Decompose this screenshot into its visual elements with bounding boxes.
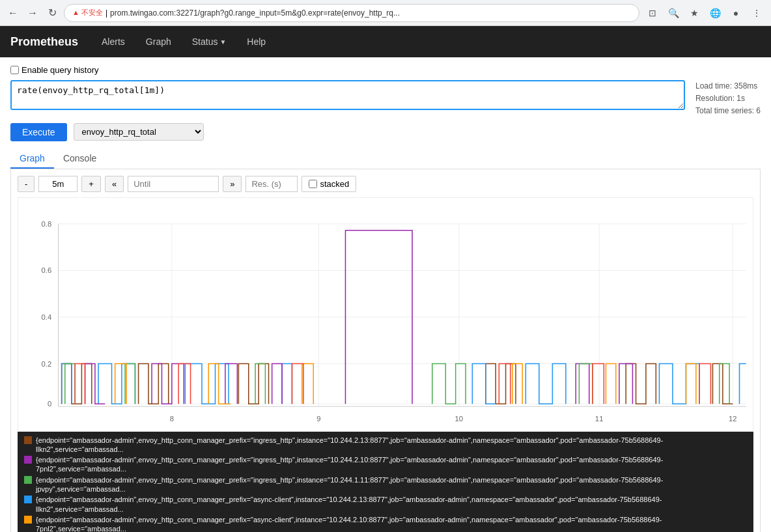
nav-alerts[interactable]: Alerts <box>98 34 129 49</box>
tabs: Graph Console <box>10 149 761 169</box>
legend-item-4: {endpoint="ambassador-admin",envoy_http_… <box>24 495 747 514</box>
query-history-text: Enable query history <box>21 65 99 75</box>
svg-text:0.8: 0.8 <box>42 219 52 227</box>
metric-select[interactable]: envoy_http_rq_total <box>74 123 204 141</box>
reload-button[interactable]: ↻ <box>44 5 60 21</box>
legend: {endpoint="ambassador-admin",envoy_http_… <box>18 432 753 532</box>
status-dropdown-arrow: ▼ <box>219 38 226 46</box>
range-plus-button[interactable]: + <box>81 176 101 192</box>
svg-text:8: 8 <box>170 415 174 423</box>
extension-icon[interactable]: 🌐 <box>706 4 724 22</box>
browser-bar: ← → ↻ ▲ 不安全 | prom.twingao.com:32271/gra… <box>0 0 771 26</box>
svg-rect-0 <box>18 198 753 431</box>
url-text: prom.twingao.com:32271/graph?g0.range_in… <box>110 8 400 18</box>
stacked-label[interactable]: stacked <box>301 176 356 192</box>
legend-text-4: {endpoint="ambassador-admin",envoy_http_… <box>36 495 747 514</box>
address-bar[interactable]: ▲ 不安全 | prom.twingao.com:32271/graph?g0.… <box>64 4 639 22</box>
svg-text:0.6: 0.6 <box>42 266 52 274</box>
resolution: Resolution: 1s <box>695 92 761 105</box>
legend-text-3: {endpoint="ambassador-admin",envoy_http_… <box>36 475 747 494</box>
query-area: rate(envoy_http_rq_total[1m]) Load time:… <box>10 80 761 118</box>
res-input[interactable] <box>245 176 298 192</box>
brand-title: Prometheus <box>10 35 78 49</box>
chart-svg: 0.8 0.6 0.4 0.2 0 8 9 10 11 12 <box>18 198 753 431</box>
svg-text:0: 0 <box>48 400 51 408</box>
svg-text:12: 12 <box>729 415 737 423</box>
graph-panel: - + « » stacked <box>10 169 761 532</box>
tab-graph[interactable]: Graph <box>10 149 54 169</box>
bookmark-icon[interactable]: ★ <box>685 4 703 22</box>
legend-color-5 <box>24 516 32 524</box>
load-time: Load time: 358ms <box>695 80 761 92</box>
chart-container: 0.8 0.6 0.4 0.2 0 8 9 10 11 12 <box>18 197 753 432</box>
total-series: Total time series: 6 <box>695 105 761 117</box>
url-separator: | <box>105 8 107 18</box>
query-history-row: Enable query history <box>10 65 761 75</box>
legend-text-2: {endpoint="ambassador-admin",envoy_http_… <box>36 455 747 474</box>
execute-button[interactable]: Execute <box>10 123 67 141</box>
nav-graph[interactable]: Graph <box>142 34 175 49</box>
navbar: Prometheus Alerts Graph Status ▼ Help <box>0 26 771 57</box>
back-button[interactable]: ← <box>5 5 21 21</box>
stacked-text: stacked <box>320 179 349 189</box>
svg-text:9: 9 <box>316 415 320 423</box>
query-input[interactable]: rate(envoy_http_rq_total[1m]) <box>10 80 685 110</box>
legend-color-1 <box>24 436 32 444</box>
legend-text-1: {endpoint="ambassador-admin",envoy_http_… <box>36 436 747 455</box>
svg-text:10: 10 <box>455 415 464 423</box>
svg-text:0.4: 0.4 <box>42 313 52 321</box>
range-input[interactable] <box>38 176 77 192</box>
forward-button[interactable]: → <box>25 5 40 21</box>
nav-status[interactable]: Status ▼ <box>188 34 231 49</box>
legend-item-3: {endpoint="ambassador-admin",envoy_http_… <box>24 475 747 494</box>
security-warning: ▲ 不安全 <box>72 8 103 18</box>
stacked-checkbox[interactable] <box>309 180 317 188</box>
cast-icon[interactable]: ⊡ <box>643 4 662 22</box>
graph-controls: - + « » stacked <box>18 176 753 192</box>
browser-icons: ⊡ 🔍 ★ 🌐 ● ⋮ <box>643 4 766 22</box>
rewind-button[interactable]: « <box>105 176 124 192</box>
legend-text-5: {endpoint="ambassador-admin",envoy_http_… <box>36 515 747 532</box>
nav-help[interactable]: Help <box>243 34 270 49</box>
legend-item-2: {endpoint="ambassador-admin",envoy_http_… <box>24 455 747 474</box>
legend-item-1: {endpoint="ambassador-admin",envoy_http_… <box>24 436 747 455</box>
search-icon[interactable]: 🔍 <box>664 4 682 22</box>
query-meta: Load time: 358ms Resolution: 1s Total ti… <box>695 80 761 118</box>
query-history-label[interactable]: Enable query history <box>10 65 99 75</box>
until-input[interactable] <box>128 176 219 192</box>
tab-console[interactable]: Console <box>54 149 105 169</box>
legend-item-5: {endpoint="ambassador-admin",envoy_http_… <box>24 515 747 532</box>
forward-button[interactable]: » <box>223 176 242 192</box>
query-history-checkbox[interactable] <box>10 66 19 74</box>
profile-icon[interactable]: ● <box>727 4 745 22</box>
svg-text:0.2: 0.2 <box>42 359 52 367</box>
legend-color-3 <box>24 476 32 484</box>
legend-color-4 <box>24 496 32 503</box>
menu-icon[interactable]: ⋮ <box>748 4 766 22</box>
main-content: Enable query history rate(envoy_http_rq_… <box>0 57 771 532</box>
legend-color-2 <box>24 456 32 464</box>
execute-row: Execute envoy_http_rq_total <box>10 123 761 141</box>
range-minus-button[interactable]: - <box>18 176 35 192</box>
svg-text:11: 11 <box>595 415 604 423</box>
